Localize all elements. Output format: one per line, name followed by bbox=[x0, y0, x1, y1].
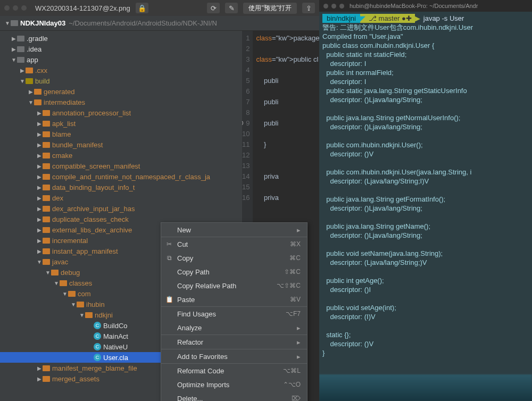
code-line: publi bbox=[256, 97, 319, 107]
chevron-right-icon[interactable] bbox=[36, 248, 43, 254]
chevron-right-icon[interactable] bbox=[36, 131, 43, 137]
tree-label: external_libs_dex_archive bbox=[52, 226, 132, 234]
folder-icon bbox=[43, 227, 50, 233]
open-with-preview-button[interactable]: 使用"预览"打开 bbox=[243, 3, 297, 14]
menu-label: Copy Path bbox=[177, 268, 210, 276]
maximize-icon[interactable] bbox=[339, 4, 344, 9]
code-line: } bbox=[256, 139, 319, 150]
menu-icon: ⧉ bbox=[165, 254, 173, 262]
folder-item[interactable]: dex bbox=[0, 193, 242, 203]
menu-shortcut: ⌥⌘L bbox=[283, 367, 301, 374]
terminal-body[interactable]: bin/ndkjni◤⎇ master ●✚▶ javap -s User 警告… bbox=[319, 12, 532, 401]
rotate-icon[interactable]: ⟳ bbox=[207, 3, 220, 13]
chevron-down-icon[interactable] bbox=[4, 20, 11, 26]
menu-item-reformat-code[interactable]: Reformat Code⌥⌘L bbox=[161, 364, 307, 378]
tree-label: debug bbox=[61, 269, 80, 277]
chevron-right-icon[interactable] bbox=[36, 238, 43, 244]
menu-item-delete[interactable]: Delete...⌦ bbox=[161, 391, 307, 401]
menu-item-find-usages[interactable]: Find Usages⌥F7 bbox=[161, 307, 307, 321]
menu-item-add-to-favorites[interactable]: Add to Favorites▸ bbox=[161, 349, 307, 363]
chevron-right-icon[interactable] bbox=[36, 163, 43, 169]
menu-icon: ✂ bbox=[165, 240, 173, 248]
close-icon[interactable] bbox=[323, 4, 328, 9]
chevron-right-icon[interactable] bbox=[36, 110, 43, 116]
chevron-right-icon[interactable] bbox=[36, 142, 43, 148]
close-icon[interactable] bbox=[4, 5, 10, 11]
tree-label: manifest_merge_blame_file bbox=[52, 364, 137, 372]
chevron-right-icon[interactable] bbox=[36, 185, 43, 190]
maximize-icon[interactable] bbox=[21, 5, 27, 11]
chevron-down-icon[interactable] bbox=[62, 291, 68, 297]
folder-item[interactable]: intermediates bbox=[0, 97, 242, 107]
chevron-down-icon[interactable] bbox=[11, 57, 17, 63]
window-controls[interactable] bbox=[4, 5, 27, 11]
chevron-down-icon[interactable] bbox=[70, 302, 77, 307]
chevron-down-icon[interactable] bbox=[53, 280, 60, 286]
chevron-right-icon[interactable] bbox=[36, 121, 43, 127]
chevron-down-icon[interactable] bbox=[45, 270, 51, 275]
folder-item[interactable]: blame bbox=[0, 129, 242, 139]
context-menu[interactable]: New▸✂Cut⌘X⧉Copy⌘CCopy Path⇧⌘CCopy Relati… bbox=[161, 222, 307, 401]
tree-label: compatible_screen_manifest bbox=[52, 162, 140, 170]
folder-item[interactable]: .cxx bbox=[0, 65, 242, 76]
folder-item[interactable]: .gradle bbox=[0, 33, 242, 44]
line-number: @9 bbox=[242, 118, 250, 129]
code-line: publi bbox=[256, 118, 319, 129]
chevron-right-icon[interactable] bbox=[36, 365, 43, 371]
menu-item-optimize-imports[interactable]: Optimize Imports⌃⌥O bbox=[161, 378, 307, 391]
menu-item-analyze[interactable]: Analyze▸ bbox=[161, 321, 307, 335]
folder-icon bbox=[43, 121, 50, 127]
tree-label: ndkjni bbox=[95, 311, 113, 319]
menu-item-copy-relative-path[interactable]: Copy Relative Path⌥⇧⌘C bbox=[161, 279, 307, 293]
chevron-right-icon[interactable] bbox=[11, 46, 17, 52]
menu-item-paste[interactable]: 📋Paste⌘V bbox=[161, 293, 307, 306]
titlebar: WX20200314-121307@2x.png 🔒 ⟳ ✎ 使用"预览"打开 … bbox=[0, 0, 319, 16]
folder-item[interactable]: data_binding_layout_info_t bbox=[0, 182, 242, 193]
folder-item[interactable]: bundle_manifest bbox=[0, 139, 242, 150]
menu-item-copy[interactable]: ⧉Copy⌘C bbox=[161, 251, 307, 265]
chevron-right-icon[interactable] bbox=[11, 36, 17, 41]
menu-item-cut[interactable]: ✂Cut⌘X bbox=[161, 237, 307, 251]
chevron-right-icon: ▸ bbox=[297, 338, 301, 346]
class-icon: C bbox=[94, 332, 101, 340]
menu-item-refactor[interactable]: Refactor▸ bbox=[161, 335, 307, 349]
menu-item-copy-path[interactable]: Copy Path⇧⌘C bbox=[161, 265, 307, 279]
folder-icon bbox=[43, 110, 50, 116]
chevron-right-icon[interactable] bbox=[36, 227, 43, 233]
chevron-down-icon[interactable] bbox=[79, 312, 85, 318]
edit-icon[interactable]: ✎ bbox=[225, 3, 238, 13]
chevron-right-icon[interactable] bbox=[36, 376, 43, 382]
lock-icon[interactable]: 🔒 bbox=[136, 3, 148, 13]
tree-label: dex bbox=[52, 194, 63, 202]
folder-item[interactable]: generated bbox=[0, 86, 242, 97]
chevron-right-icon[interactable] bbox=[36, 206, 43, 212]
folder-item[interactable]: compile_and_runtime_not_namespaced_r_cla… bbox=[0, 171, 242, 182]
chevron-right-icon[interactable] bbox=[36, 195, 43, 201]
folder-item[interactable]: .idea bbox=[0, 44, 242, 54]
menu-item-new[interactable]: New▸ bbox=[161, 223, 307, 237]
folder-item[interactable]: compatible_screen_manifest bbox=[0, 161, 242, 171]
chevron-down-icon[interactable] bbox=[19, 78, 26, 84]
folder-item[interactable]: cmake bbox=[0, 150, 242, 161]
folder-item[interactable]: dex_archive_input_jar_has bbox=[0, 203, 242, 214]
tree-label: ihubin bbox=[86, 300, 105, 308]
chevron-right-icon[interactable] bbox=[36, 216, 43, 222]
terminal-blur bbox=[319, 374, 532, 401]
project-name: NDKJNIday03 bbox=[20, 19, 65, 27]
chevron-down-icon[interactable] bbox=[36, 259, 43, 265]
chevron-right-icon[interactable] bbox=[36, 153, 43, 158]
chevron-right-icon[interactable] bbox=[19, 68, 26, 73]
share-icon[interactable]: ⇪ bbox=[302, 3, 315, 13]
tree-label: blame bbox=[52, 130, 71, 138]
chevron-down-icon[interactable] bbox=[28, 99, 34, 105]
folder-item[interactable]: build bbox=[0, 76, 242, 86]
code-line bbox=[256, 161, 319, 171]
minimize-icon[interactable] bbox=[13, 5, 18, 11]
minimize-icon[interactable] bbox=[331, 4, 336, 9]
menu-label: Add to Favorites bbox=[177, 353, 228, 361]
folder-item[interactable]: app bbox=[0, 54, 242, 65]
chevron-right-icon[interactable] bbox=[28, 89, 34, 95]
folder-item[interactable]: apk_list bbox=[0, 118, 242, 129]
folder-item[interactable]: annotation_processor_list bbox=[0, 107, 242, 118]
chevron-right-icon[interactable] bbox=[36, 174, 43, 180]
